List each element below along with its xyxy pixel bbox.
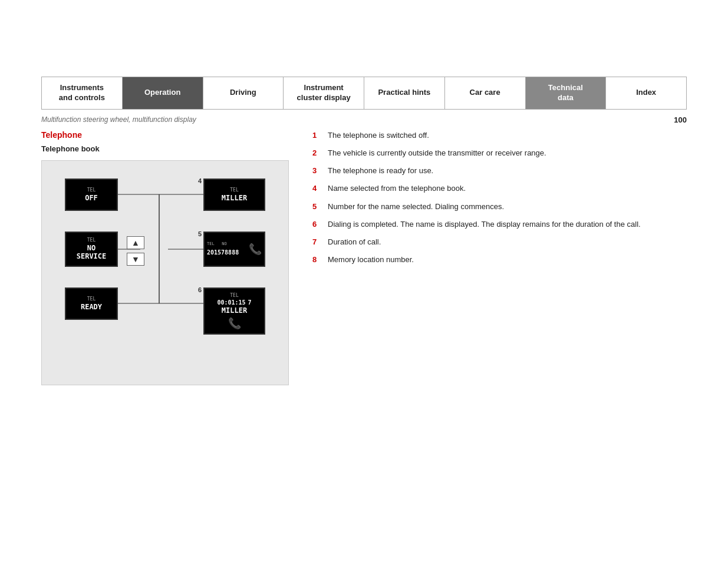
num-5: 5 [198,230,202,237]
tel-6: TEL [230,293,238,298]
description-list: 1 The telephone is switched off. 2 The v… [312,130,687,266]
breadcrumb: Multifunction steering wheel, multifunct… [41,115,196,124]
nav-item-practical-hints[interactable]: Practical hints [364,77,445,109]
nav-item-car-care[interactable]: Car care [445,77,526,109]
list-item-6: 6 Dialing is completed. The name is disp… [312,219,687,230]
page-number: 100 [674,115,687,124]
list-num-1: 1 [312,130,322,141]
tel-2: TEL [87,237,95,243]
list-item-3: 3 The telephone is ready for use. [312,166,687,176]
diagram-inner: 1 TEL OFF 2 TEL NO SERVICE 3 TEL READY [65,173,265,373]
tel-1: TEL [87,187,95,193]
screen-content-2b: SERVICE [77,252,107,260]
list-text-6: Dialing is completed. The name is displa… [328,219,641,230]
nav-item-instruments[interactable]: Instruments and controls [42,77,123,109]
arrow-up-icon[interactable]: ▲ [127,236,144,249]
num-6: 6 [198,286,202,293]
list-text-5: Number for the name selected. Dialing co… [328,201,504,212]
list-text-4: Name selected from the telephone book. [328,183,466,194]
tel-4: TEL [230,187,238,193]
list-text-1: The telephone is switched off. [328,130,429,141]
breadcrumb-row: Multifunction steering wheel, multifunct… [41,115,687,124]
screen-content-6a: 00:01:15 [217,299,245,306]
list-num-8: 8 [312,254,322,265]
subsection-title: Telephone book [41,144,289,153]
screen-content-3: READY [81,303,102,311]
phone-dialing-icon: 📞 [249,243,262,255]
arrow-group[interactable]: ▲ ▼ [127,236,144,266]
list-num-2: 2 [312,148,322,158]
list-num-6: 6 [312,219,322,230]
list-num-3: 3 [312,166,322,176]
section-title: Telephone [41,130,289,140]
nav-item-instrument-cluster[interactable]: Instrument cluster display [284,77,364,109]
nav-item-operation[interactable]: Operation [123,77,203,109]
list-num-7: 7 [312,237,322,247]
left-column: Telephone Telephone book [41,130,289,385]
list-item-1: 1 The telephone is switched off. [312,130,687,141]
list-item-5: 5 Number for the name selected. Dialing … [312,201,687,212]
list-text-2: The vehicle is currently outside the tra… [328,148,546,158]
screen-box-3: TEL READY [65,287,118,320]
list-text-3: The telephone is ready for use. [328,166,433,176]
list-num-4: 4 [312,183,322,194]
screen-box-4: TEL MILLER [203,178,265,211]
screen-box-2: TEL NO SERVICE [65,232,118,267]
list-item-4: 4 Name selected from the telephone book. [312,183,687,194]
screen-content-1: OFF [85,194,98,202]
content-area: Telephone Telephone book [41,130,687,385]
phone-end-icon: 📞 [228,317,241,329]
diagram-box: 1 TEL OFF 2 TEL NO SERVICE 3 TEL READY [41,160,289,385]
right-column: 1 The telephone is switched off. 2 The v… [312,130,687,385]
nav-item-index[interactable]: Index [606,77,686,109]
nav-item-technical-data[interactable]: Technical data [526,77,607,109]
num-4: 4 [198,177,202,184]
list-item-7: 7 Duration of call. [312,237,687,247]
tel-3: TEL [87,296,95,302]
list-item-8: 8 Memory location number. [312,254,687,265]
list-text-7: Duration of call. [328,237,381,247]
screen-box-1: TEL OFF [65,178,118,211]
list-text-8: Memory location number. [328,254,414,265]
list-item-2: 2 The vehicle is currently outside the t… [312,148,687,158]
screen-content-6b: MILLER [222,306,247,315]
screen-content-5: 201578888 [207,249,239,256]
nav-bar: Instruments and controls Operation Drivi… [41,77,687,110]
screen-box-6: TEL 00:01:15 7 MILLER 📞 [203,287,265,335]
nav-item-driving[interactable]: Driving [203,77,284,109]
screen-content-4: MILLER [222,194,247,202]
list-num-5: 5 [312,201,322,212]
screen-content-2a: NO [87,244,95,252]
arrow-down-icon[interactable]: ▼ [127,253,144,266]
screen-box-5: TEL NO 201578888 📞 [203,232,265,267]
num-7-inline: 7 [248,299,252,306]
